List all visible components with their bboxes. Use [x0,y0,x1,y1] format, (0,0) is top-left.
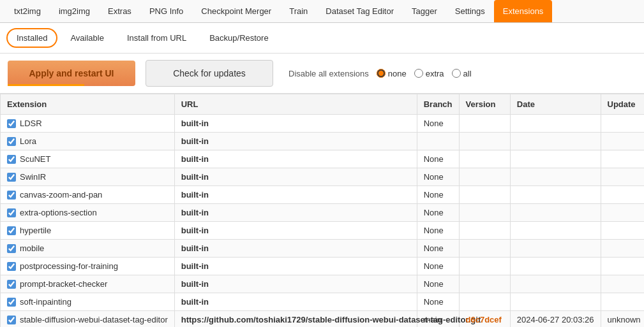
extension-version [459,115,510,133]
extensions-table: Extension URL Branch Version Date Update… [0,94,644,327]
extension-date [510,168,601,186]
extension-version [459,168,510,186]
extension-name: postprocessing-for-training [20,261,118,271]
extension-checkbox-label[interactable]: prompt-bracket-checker [7,279,168,289]
disable-label: Disable all extensions [288,69,369,78]
extension-checkbox[interactable] [7,298,16,307]
extension-checkbox[interactable] [7,208,16,217]
subnav-available[interactable]: Available [60,28,114,48]
extensions-table-container: Extension URL Branch Version Date Update… [0,94,644,327]
subnav-install-from-url[interactable]: Install from URL [117,28,197,48]
extension-checkbox-label[interactable]: hypertile [7,226,168,235]
col-url: URL [174,94,417,115]
extension-update [601,222,644,240]
extension-url: built-in [174,186,417,204]
subnav-backup-restore[interactable]: Backup/Restore [199,28,279,48]
sub-nav: Installed Available Install from URL Bac… [0,23,644,54]
extension-update [601,168,644,186]
extension-checkbox[interactable] [7,119,16,128]
extension-name: soft-inpainting [20,297,71,307]
top-nav: txt2img img2img Extras PNG Info Checkpoi… [0,0,644,23]
extension-version: d6c7dcef [459,311,510,328]
table-row: stable-diffusion-webui-dataset-tag-edito… [1,311,645,328]
extension-checkbox[interactable] [7,262,16,271]
extension-checkbox-label[interactable]: ScuNET [7,154,168,164]
extension-checkbox[interactable] [7,191,16,200]
extension-name: mobile [20,243,44,253]
nav-txt2img[interactable]: txt2img [5,0,50,22]
table-row: postprocessing-for-trainingbuilt-inNone [1,258,645,275]
nav-train[interactable]: Train [280,0,317,22]
extension-update [601,115,644,133]
extension-name: stable-diffusion-webui-dataset-tag-edito… [20,315,168,324]
extension-url: built-in [174,258,417,275]
radio-none[interactable]: none [377,69,407,78]
col-version: Version [459,94,510,115]
nav-checkpoint-merger[interactable]: Checkpoint Merger [192,0,280,22]
extension-name: LDSR [20,119,42,128]
radio-extra-label: extra [426,69,444,78]
extension-version [459,133,510,150]
extension-checkbox[interactable] [7,155,16,164]
table-row: SwinIRbuilt-inNone [1,168,645,186]
extension-url: built-in [174,133,417,150]
extension-update [601,204,644,222]
extension-branch: None [417,204,459,222]
nav-png-info[interactable]: PNG Info [140,0,192,22]
extension-checkbox-label[interactable]: LDSR [7,119,168,128]
extension-checkbox[interactable] [7,173,16,182]
extension-version [459,258,510,275]
extension-checkbox-label[interactable]: postprocessing-for-training [7,261,168,271]
extension-branch: None [417,150,459,168]
extension-checkbox-label[interactable]: extra-options-section [7,208,168,217]
extension-url: built-in [174,150,417,168]
extension-url: built-in [174,293,417,311]
extension-checkbox[interactable] [7,316,16,324]
table-row: extra-options-sectionbuilt-inNone [1,204,645,222]
extension-checkbox[interactable] [7,137,16,146]
nav-extras[interactable]: Extras [99,0,140,22]
extension-checkbox-label[interactable]: stable-diffusion-webui-dataset-tag-edito… [7,315,168,324]
extension-name: ScuNET [20,154,50,164]
extension-date [510,133,601,150]
extension-update [601,275,644,293]
nav-img2img[interactable]: img2img [50,0,99,22]
radio-all-label: all [463,69,472,78]
extension-date [510,275,601,293]
extension-version [459,222,510,240]
radio-all[interactable]: all [452,69,472,78]
extension-date [510,293,601,311]
extension-date [510,258,601,275]
nav-dataset-tag-editor[interactable]: Dataset Tag Editor [317,0,403,22]
extension-date: 2024-06-27 20:03:26 [510,311,601,328]
radio-none-label: none [388,69,407,78]
check-updates-button[interactable]: Check for updates [146,60,273,87]
nav-settings[interactable]: Settings [446,0,494,22]
extension-url: built-in [174,168,417,186]
apply-restart-button[interactable]: Apply and restart UI [8,61,135,86]
extension-checkbox-label[interactable]: SwinIR [7,172,168,182]
nav-extensions[interactable]: Extensions [494,0,553,22]
subnav-installed[interactable]: Installed [6,28,57,48]
nav-tagger[interactable]: Tagger [403,0,446,22]
extension-checkbox-label[interactable]: mobile [7,243,168,253]
extension-checkbox[interactable] [7,280,16,289]
extension-checkbox[interactable] [7,244,16,253]
radio-extra[interactable]: extra [414,69,444,78]
extension-checkbox[interactable] [7,226,16,235]
extension-checkbox-label[interactable]: Lora [7,136,168,146]
extension-checkbox-label[interactable]: canvas-zoom-and-pan [7,190,168,200]
extension-url: built-in [174,275,417,293]
extension-branch: None [417,186,459,204]
extension-branch: None [417,222,459,240]
extension-name: hypertile [20,226,51,235]
table-row: mobilebuilt-inNone [1,240,645,258]
extension-date [510,240,601,258]
extension-checkbox-label[interactable]: soft-inpainting [7,297,168,307]
extension-update [601,240,644,258]
extension-version [459,293,510,311]
extension-date [510,186,601,204]
extension-name: canvas-zoom-and-pan [20,190,102,200]
extension-update [601,258,644,275]
radio-group: none extra all [377,69,472,78]
